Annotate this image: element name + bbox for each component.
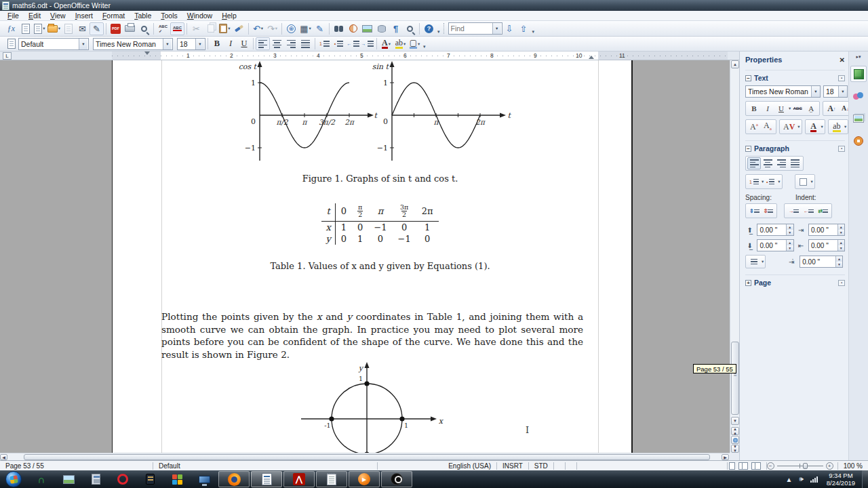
book-view-icon[interactable] bbox=[755, 462, 761, 470]
body-paragraph[interactable]: Plotting the points given by the x and y… bbox=[161, 310, 583, 361]
vertical-scroll-thumb[interactable] bbox=[731, 342, 739, 415]
spacing-below-input[interactable] bbox=[757, 240, 786, 251]
increase-font-size-icon[interactable]: A↑ bbox=[825, 102, 838, 115]
style-dropdown-icon[interactable]: ▾ bbox=[79, 39, 87, 49]
taskbar-obs-button[interactable] bbox=[381, 471, 412, 487]
indent-marker-right[interactable] bbox=[589, 56, 594, 59]
zoom-in-icon[interactable]: + bbox=[826, 462, 833, 470]
formatting-marks-icon[interactable]: ¶ bbox=[389, 22, 403, 35]
menu-file[interactable]: File bbox=[3, 12, 24, 20]
indent-before-input[interactable] bbox=[809, 224, 837, 235]
status-language[interactable]: English (USA) bbox=[378, 462, 496, 470]
find-previous-icon[interactable]: ⇧ bbox=[517, 22, 531, 35]
start-button[interactable] bbox=[5, 471, 22, 487]
gallery-icon[interactable] bbox=[360, 22, 374, 35]
bullet-list-icon[interactable]: • bbox=[332, 37, 346, 50]
font-size-dropdown-icon[interactable]: ▾ bbox=[195, 39, 204, 49]
sidebar-highlight-icon[interactable]: ab bbox=[830, 121, 844, 133]
find-toolbar-overflow-icon[interactable]: ▾ bbox=[532, 29, 535, 35]
text-section-header[interactable]: − Text ▪ bbox=[745, 70, 845, 82]
increase-indent-sb-icon[interactable]: → bbox=[786, 205, 801, 217]
status-insert-mode[interactable]: INSRT bbox=[497, 462, 528, 470]
help-icon[interactable]: ? bbox=[422, 22, 436, 35]
taskbar-blocks-app-icon[interactable] bbox=[163, 471, 191, 487]
horizontal-ruler[interactable]: 1 2 3 4 5 6 7 8 9 10 11 bbox=[112, 52, 728, 60]
insert-table-icon[interactable]: ▦▾ bbox=[298, 22, 313, 35]
styles-icon[interactable] bbox=[4, 37, 18, 50]
text-section-dialog-icon[interactable]: ▪ bbox=[838, 75, 845, 81]
background-color-icon[interactable]: ▢▾ bbox=[408, 37, 422, 50]
export-pdf-icon[interactable]: PDF bbox=[108, 22, 123, 35]
page-section-header[interactable]: + Page ▪ bbox=[745, 274, 845, 287]
menu-help[interactable]: Help bbox=[217, 12, 241, 20]
line-spacing-icon[interactable] bbox=[747, 256, 761, 268]
sidebar-case-toggle-icon[interactable]: A̤ bbox=[804, 102, 818, 115]
sidebar-tab-clipart[interactable] bbox=[850, 110, 867, 127]
copy-icon[interactable] bbox=[203, 22, 218, 35]
font-dropdown-icon[interactable]: ▾ bbox=[163, 39, 172, 49]
scroll-right-icon[interactable]: ▶ bbox=[722, 454, 729, 460]
print-icon[interactable] bbox=[123, 22, 137, 35]
collapse-icon[interactable]: − bbox=[745, 146, 751, 152]
next-page-icon[interactable]: ▼▼ bbox=[731, 445, 739, 453]
sidebar-font-dropdown-icon[interactable]: ▾ bbox=[811, 86, 820, 97]
collapse-icon[interactable]: − bbox=[745, 75, 751, 81]
status-page-style[interactable]: Default bbox=[153, 462, 377, 470]
sidebar-bullet-list-icon[interactable]: • bbox=[764, 176, 777, 188]
formula-icon[interactable]: ƒx bbox=[4, 22, 18, 35]
tab-stop-selector[interactable]: L bbox=[3, 52, 12, 60]
character-spacing-icon[interactable]: AV bbox=[781, 121, 797, 133]
horizontal-scrollbar[interactable]: ◀ ▶ bbox=[0, 453, 730, 460]
numbered-list-icon[interactable]: 1 bbox=[317, 37, 332, 50]
zoom-slider[interactable] bbox=[777, 462, 823, 470]
spin-up-icon[interactable]: ▲ bbox=[838, 240, 844, 245]
spin-up-icon[interactable]: ▲ bbox=[787, 224, 793, 230]
sidebar-font-color-icon[interactable]: A bbox=[807, 121, 821, 133]
paragraph-section-dialog-icon[interactable]: ▪ bbox=[838, 146, 845, 152]
increase-spacing-icon[interactable]: ⇕ bbox=[747, 205, 762, 217]
sidebar-numbered-list-icon[interactable]: 1 bbox=[747, 176, 761, 188]
spin-down-icon[interactable]: ▼ bbox=[787, 230, 793, 235]
taskbar-headset-app-icon[interactable]: ∩ bbox=[28, 471, 55, 487]
navigation-icon[interactable] bbox=[731, 436, 739, 444]
menu-insert[interactable]: Insert bbox=[71, 12, 98, 20]
taskbar-remote-desktop-icon[interactable] bbox=[191, 471, 218, 487]
tray-clock[interactable]: 9:34 PM 8/24/2019 bbox=[827, 472, 855, 487]
indent-first-input[interactable] bbox=[800, 256, 835, 267]
network-icon[interactable] bbox=[810, 476, 818, 483]
indent-marker-left[interactable] bbox=[144, 52, 150, 55]
tray-expand-icon[interactable]: ▲ bbox=[786, 476, 793, 483]
email-icon[interactable]: ✉ bbox=[75, 22, 90, 35]
show-desktop-button[interactable] bbox=[862, 470, 868, 488]
sidebar-close-icon[interactable]: ✕ bbox=[840, 56, 845, 64]
switch-indent-icon[interactable]: ⇄ bbox=[816, 205, 830, 217]
toolbar-overflow-icon[interactable]: ▾ bbox=[437, 29, 440, 35]
sidebar-align-left-icon[interactable] bbox=[747, 157, 761, 169]
increase-indent-icon[interactable]: → bbox=[360, 37, 374, 50]
underline-button[interactable]: U bbox=[237, 37, 251, 50]
paragraph-section-header[interactable]: − Paragraph ▪ bbox=[745, 140, 845, 152]
horizontal-scroll-thumb[interactable] bbox=[24, 454, 710, 460]
taskbar-photo-viewer-icon[interactable] bbox=[55, 471, 82, 487]
subscript-icon[interactable]: Aa bbox=[761, 121, 774, 133]
menu-format[interactable]: Format bbox=[98, 12, 130, 20]
document-area[interactable]: cos t 1 −1 0 π/2 π 3π/2 2π t sin t bbox=[0, 60, 730, 453]
taskbar-notepad-button[interactable] bbox=[316, 471, 347, 487]
sidebar-strikethrough-icon[interactable]: ABC bbox=[791, 102, 804, 115]
find-replace-icon[interactable] bbox=[332, 22, 346, 35]
spin-down-icon[interactable]: ▼ bbox=[787, 245, 793, 251]
taskbar-opera-icon[interactable] bbox=[109, 471, 136, 487]
taskbar-writer-button[interactable] bbox=[251, 471, 282, 487]
taskbar-media-player-button[interactable]: ▶ bbox=[349, 471, 380, 487]
zoom-out-icon[interactable]: − bbox=[767, 462, 774, 470]
spin-up-icon[interactable]: ▲ bbox=[838, 224, 844, 230]
sidebar-font-name-input[interactable] bbox=[746, 87, 811, 96]
font-name-input[interactable] bbox=[94, 39, 163, 49]
taskbar-calculator-icon[interactable] bbox=[82, 471, 109, 487]
cut-icon[interactable]: ✂ bbox=[189, 22, 203, 35]
sidebar-tab-navigator[interactable] bbox=[850, 133, 867, 149]
zoom-slider-thumb[interactable] bbox=[803, 463, 808, 469]
sidebar-underline-button[interactable]: U bbox=[774, 102, 788, 115]
scroll-up-icon[interactable]: ▲ bbox=[731, 60, 739, 68]
sidebar-justify-icon[interactable] bbox=[788, 157, 802, 169]
